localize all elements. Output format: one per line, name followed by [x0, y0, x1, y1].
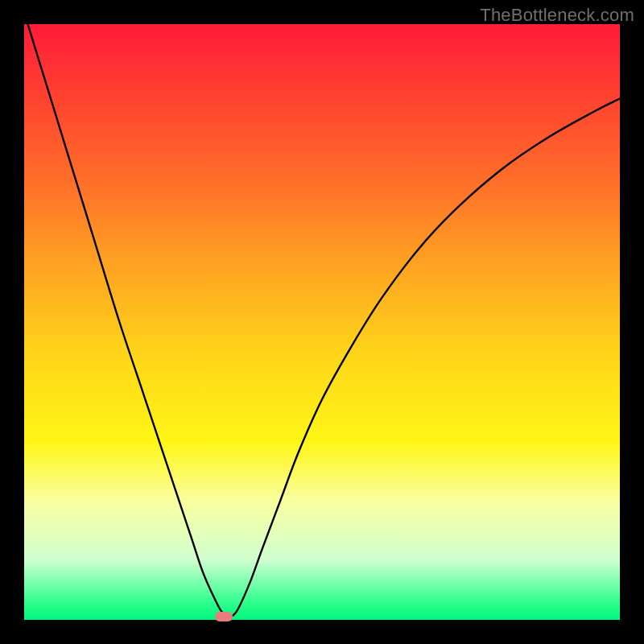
chart-frame: TheBottleneck.com — [0, 0, 644, 644]
plot-area — [24, 24, 620, 620]
bottleneck-curve — [24, 24, 620, 620]
minimum-marker — [215, 612, 233, 621]
watermark-text: TheBottleneck.com — [480, 5, 634, 26]
